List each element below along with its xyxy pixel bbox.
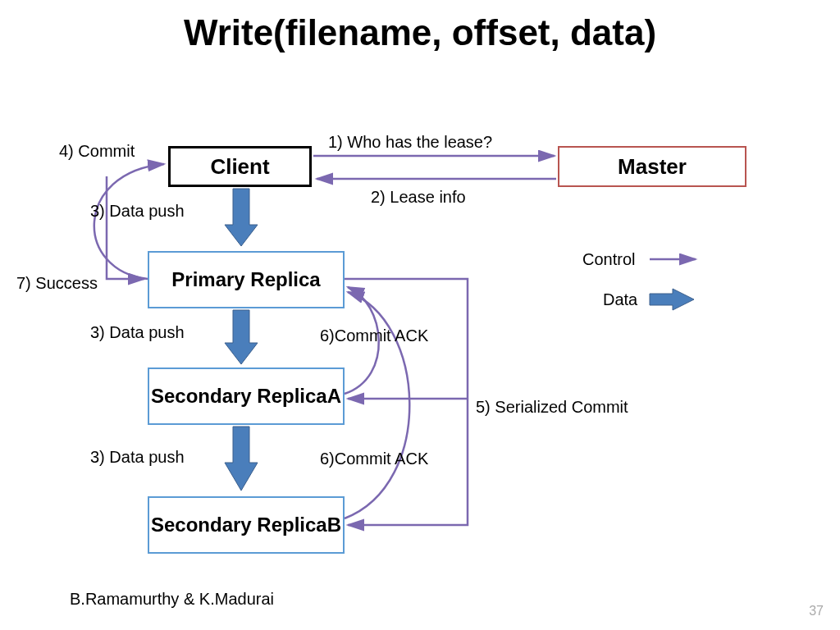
step3b-label: 3) Data push <box>90 323 185 342</box>
step2-label: 2) Lease info <box>371 188 466 207</box>
step5-label: 5) Serialized Commit <box>476 398 628 417</box>
secondary-replica-b-box: Secondary ReplicaB <box>148 496 345 554</box>
page-number: 37 <box>809 604 824 619</box>
legend-control-label: Control <box>582 250 635 269</box>
footer-credit: B.Ramamurthy & K.Madurai <box>70 591 274 607</box>
primary-replica-box: Primary Replica <box>148 251 345 308</box>
step6b-label: 6)Commit ACK <box>320 450 428 468</box>
step7-label: 7) Success <box>16 274 98 293</box>
legend-data-label: Data <box>603 290 637 309</box>
data-arrow-icon <box>225 189 258 491</box>
page-title: Write(filename, offset, data) <box>0 12 840 53</box>
step6a-label: 6)Commit ACK <box>320 326 428 345</box>
diagram-arrows <box>0 0 840 630</box>
step3a-label: 3) Data push <box>90 202 185 221</box>
step4-label: 4) Commit <box>59 142 135 161</box>
client-box: Client <box>168 146 312 187</box>
step3c-label: 3) Data push <box>90 448 185 467</box>
secondary-replica-a-box: Secondary ReplicaA <box>148 368 345 425</box>
master-box: Master <box>558 146 746 187</box>
step1-label: 1) Who has the lease? <box>328 133 492 152</box>
